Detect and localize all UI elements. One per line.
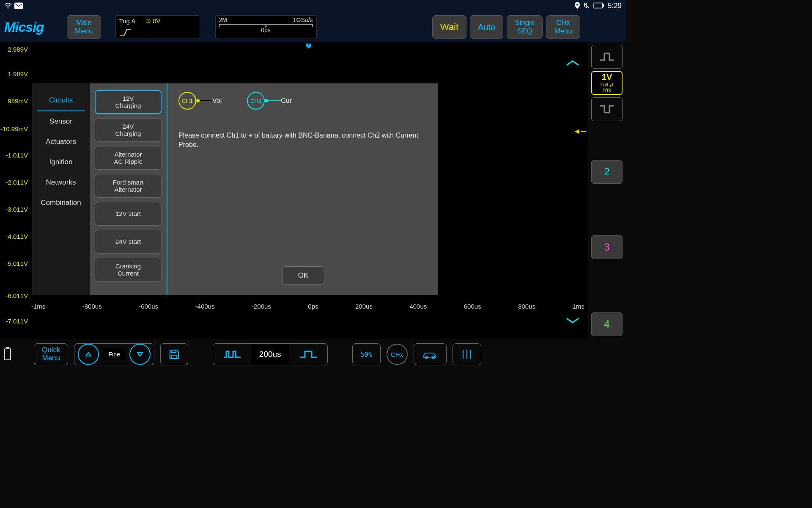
scale-up-button[interactable]: [557, 55, 588, 71]
svg-point-1: [576, 4, 578, 6]
main-menu-button[interactable]: MainMenu: [67, 15, 101, 39]
option-24v-start[interactable]: 24V start: [95, 230, 162, 254]
location-icon: [575, 2, 580, 10]
cursor-icon: [461, 349, 473, 359]
timebase-marker-icon: ▼: [264, 24, 268, 29]
svg-rect-4: [603, 4, 604, 7]
fine-up-button[interactable]: [78, 344, 99, 365]
logo: Micsig: [4, 19, 59, 35]
circuits-dialog: Circuits Sensor Actuators Ignition Netwo…: [32, 83, 438, 295]
save-button[interactable]: [160, 343, 188, 365]
tab-networks[interactable]: Networks: [32, 172, 90, 193]
chx-menu-button[interactable]: CHxMenu: [546, 15, 580, 39]
tab-actuators[interactable]: Actuators: [32, 132, 90, 152]
dialog-content: CH1 Vol CH2 Cur Please connect Ch1 to + …: [168, 83, 438, 295]
tab-circuits[interactable]: Circuits: [37, 90, 85, 111]
timebase-control: 200us: [213, 343, 328, 365]
fine-label[interactable]: Fine: [102, 348, 126, 360]
svg-text:T: T: [307, 43, 310, 47]
quick-menu-button[interactable]: QuickMenu: [34, 343, 68, 365]
channel-sidebar: 1V Full⇄ 10X 2 3 4: [588, 42, 626, 339]
ch1-invert-button[interactable]: [591, 97, 623, 121]
device-battery-icon: [4, 348, 11, 360]
time-trigger-marker-icon: T: [306, 43, 312, 49]
option-alternator-ripple[interactable]: AlternatorAC Ripple: [95, 146, 162, 170]
option-ford-smart-alternator[interactable]: Ford smartAlternator: [95, 174, 162, 198]
cursor-button[interactable]: [453, 343, 481, 365]
fine-down-button[interactable]: [129, 344, 151, 365]
option-24v-charging[interactable]: 24VCharging: [95, 118, 162, 142]
edge-rising-icon: [119, 28, 132, 36]
android-status-bar: 5:29: [0, 0, 626, 12]
x-axis-labels: -1ms-800us-600us -400us-200us0ps 200us40…: [30, 303, 586, 310]
timebase-value[interactable]: 200us: [251, 344, 289, 365]
y-axis-labels: 2.989V 1.989V 989mV -10.99mV -1.011V -2.…: [0, 42, 30, 339]
fine-adjust-group: Fine: [74, 343, 154, 365]
clock-time: 5:29: [608, 2, 622, 10]
mute-icon: [583, 2, 590, 10]
fifty-percent-button[interactable]: 50%: [352, 343, 381, 365]
chx-select-button[interactable]: CHx: [387, 344, 408, 365]
ch3-button[interactable]: 3: [591, 235, 623, 259]
single-seq-button[interactable]: SingleSEQ: [507, 15, 543, 39]
svg-rect-3: [594, 3, 603, 8]
ch2-button[interactable]: 2: [591, 160, 623, 184]
ok-button[interactable]: OK: [282, 266, 324, 285]
svg-point-0: [8, 8, 8, 8]
auto-button[interactable]: Auto: [470, 15, 503, 39]
wifi-icon: [4, 2, 12, 10]
tab-combination[interactable]: Combination: [32, 193, 90, 213]
timebase-zoom-out-button[interactable]: [213, 344, 251, 365]
option-cranking-current[interactable]: CrankingCurrent: [95, 258, 162, 282]
ch4-button[interactable]: 4: [591, 312, 623, 336]
ch1-coupling-button[interactable]: [591, 45, 623, 69]
option-12v-start[interactable]: 12V start: [95, 202, 162, 226]
auto-setup-button[interactable]: [414, 343, 447, 365]
dialog-test-options: 12VCharging 24VCharging AlternatorAC Rip…: [90, 83, 167, 295]
battery-icon: [593, 3, 604, 10]
top-toolbar: Micsig MainMenu Trig A ① 0V 2M1GSa/s ▼ 0…: [0, 12, 626, 42]
save-icon: [168, 348, 180, 360]
scale-down-button[interactable]: [557, 312, 588, 329]
mail-icon: [14, 3, 23, 9]
dialog-category-tabs: Circuits Sensor Actuators Ignition Netwo…: [32, 83, 90, 295]
trigger-info[interactable]: Trig A ① 0V: [115, 15, 200, 39]
option-12v-charging[interactable]: 12VCharging: [95, 90, 162, 114]
ch1-indicator: CH1 Vol: [178, 92, 222, 110]
ch2-indicator: CH2 Cur: [247, 92, 292, 110]
tab-ignition[interactable]: Ignition: [32, 152, 90, 172]
bottom-toolbar: QuickMenu Fine 200us 50% CHx: [0, 340, 626, 368]
instruction-text: Please connect Ch1 to + of battary with …: [178, 131, 428, 150]
ch1-vdiv-button[interactable]: 1V Full⇄ 10X: [591, 71, 623, 95]
tab-sensor[interactable]: Sensor: [32, 111, 90, 132]
car-icon: [422, 350, 439, 359]
timebase-info[interactable]: 2M1GSa/s ▼ 0ps: [215, 15, 317, 39]
timebase-zoom-in-button[interactable]: [289, 344, 327, 365]
wait-button[interactable]: Wait: [432, 15, 466, 39]
